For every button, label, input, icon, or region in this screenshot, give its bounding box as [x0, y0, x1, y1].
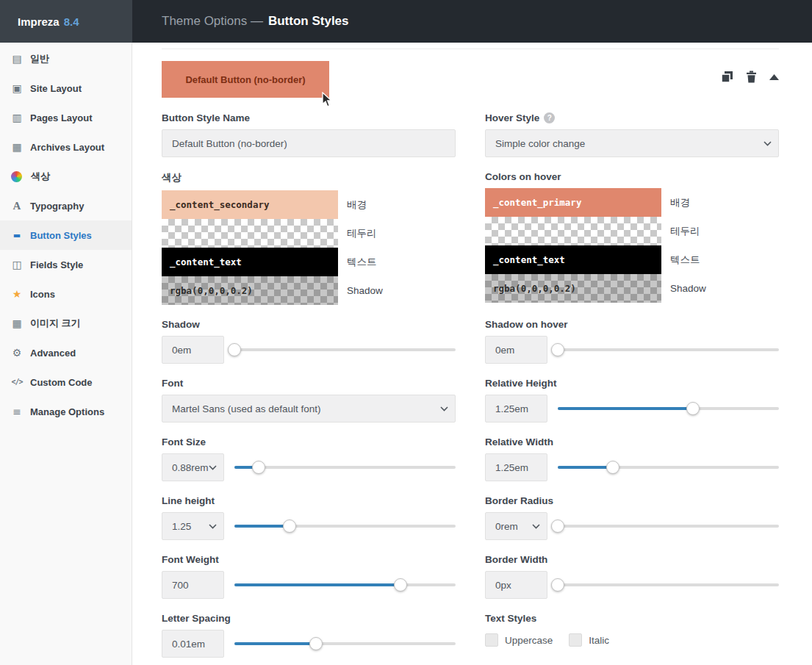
hover-color-swatch-background[interactable]: _content_primary	[485, 188, 661, 217]
field-label: Line height	[162, 495, 456, 506]
brand-name: Impreza	[18, 15, 60, 28]
color-swatch-background[interactable]: _content_secondary	[162, 190, 338, 219]
field-label: Text Styles	[485, 613, 779, 624]
field-label: Font	[162, 378, 456, 389]
relative-height-input[interactable]: 1.25em	[485, 395, 547, 423]
border-radius-slider[interactable]	[558, 520, 779, 533]
brand-logo: Impreza 8.4	[0, 0, 132, 43]
relative-height-value: 1.25em	[495, 403, 528, 414]
collapse-arrow-icon[interactable]	[769, 74, 779, 80]
sidebar-item-custom-code[interactable]: </> Custom Code	[0, 367, 132, 397]
line-height-value: 1.25	[172, 521, 191, 532]
shadow-hover-slider[interactable]	[558, 343, 779, 356]
style-actions	[721, 61, 779, 83]
slider-handle[interactable]	[252, 461, 265, 474]
color-swatch-shadow[interactable]: rgba(0,0,0,0.2)	[162, 276, 338, 305]
sidebar-item-button-styles[interactable]: ▬ Button Styles	[0, 220, 132, 250]
sidebar: ▤ 일반 ▣ Site Layout ▥ Pages Layout ▦ Arch…	[0, 43, 132, 665]
relative-width-slider[interactable]	[558, 461, 779, 474]
slider-handle[interactable]	[551, 578, 564, 592]
field-label: Font Size	[162, 436, 456, 447]
chevron-down-icon	[764, 141, 772, 146]
sidebar-item-image-sizes[interactable]: ▦ 이미지 크기	[0, 309, 132, 338]
slider-handle[interactable]	[551, 520, 564, 533]
italic-checkbox[interactable]: Italic	[569, 633, 609, 647]
trash-icon[interactable]	[746, 71, 757, 83]
line-height-slider[interactable]	[234, 520, 456, 533]
slider-handle[interactable]	[394, 578, 407, 592]
swatch-label: 테두리	[347, 227, 377, 240]
slider-handle[interactable]	[283, 520, 296, 533]
hover-style-select[interactable]: Simple color change	[485, 129, 779, 157]
field-border-width: Border Width 0px	[485, 554, 779, 599]
font-weight-input[interactable]: 700	[162, 571, 224, 599]
sidebar-item-label: Icons	[30, 289, 55, 300]
sidebar-item-typography[interactable]: A Typography	[0, 191, 132, 220]
uppercase-checkbox[interactable]: Uppercase	[485, 633, 553, 647]
field-text-styles: Text Styles Uppercase Italic	[485, 613, 779, 658]
shadow-hover-input[interactable]: 0em	[485, 336, 547, 364]
font-size-select[interactable]: 0.88rem	[162, 453, 224, 481]
hover-color-swatch-border[interactable]	[485, 217, 661, 245]
line-height-select[interactable]: 1.25	[162, 512, 224, 540]
field-font-size: Font Size 0.88rem	[162, 436, 456, 481]
star-icon: ★	[10, 289, 24, 299]
relative-height-slider[interactable]	[558, 402, 779, 415]
sidebar-item-advanced[interactable]: ⚙ Advanced	[0, 338, 132, 367]
archives-layout-icon: ▦	[10, 142, 24, 152]
slider-handle[interactable]	[551, 343, 564, 356]
sidebar-item-site-layout[interactable]: ▣ Site Layout	[0, 73, 132, 103]
font-select[interactable]: Martel Sans (used as default font)	[162, 395, 456, 423]
color-wheel-icon	[11, 171, 22, 182]
letter-spacing-input[interactable]: 0.01em	[162, 630, 224, 658]
field-letter-spacing: Letter Spacing 0.01em	[162, 613, 456, 658]
sidebar-item-icons[interactable]: ★ Icons	[0, 279, 132, 309]
field-label: Button Style Name	[162, 112, 456, 123]
shadow-slider[interactable]	[234, 343, 456, 356]
hover-style-value: Simple color change	[495, 138, 585, 149]
header-title-bar: Theme Options — Button Styles	[132, 0, 812, 43]
border-width-value: 0px	[495, 580, 511, 591]
border-width-slider[interactable]	[558, 578, 779, 592]
button-style-name-input[interactable]: Default Button (no-border)	[162, 129, 456, 157]
border-width-input[interactable]: 0px	[485, 571, 547, 599]
sidebar-item-general[interactable]: ▤ 일반	[0, 44, 132, 73]
field-line-height: Line height 1.25	[162, 495, 456, 540]
duplicate-icon[interactable]	[721, 71, 733, 83]
sidebar-item-fields-style[interactable]: ◫ Fields Style	[0, 250, 132, 279]
checkbox-label: Italic	[589, 635, 609, 646]
slider-handle[interactable]	[606, 461, 619, 474]
font-weight-value: 700	[172, 580, 189, 591]
font-value: Martel Sans (used as default font)	[172, 403, 321, 414]
slider-handle[interactable]	[686, 402, 700, 415]
sidebar-item-manage-options[interactable]: ≡ Manage Options	[0, 397, 132, 426]
font-weight-slider[interactable]	[234, 578, 456, 592]
border-radius-select[interactable]: 0rem	[485, 512, 547, 540]
help-icon[interactable]: ?	[544, 112, 555, 123]
font-size-slider[interactable]	[234, 461, 456, 474]
relative-width-input[interactable]: 1.25em	[485, 453, 547, 481]
hover-color-swatch-text[interactable]: _content_text	[485, 245, 661, 274]
color-swatch-text[interactable]: _content_text	[162, 248, 338, 276]
checkbox-box[interactable]	[485, 633, 498, 647]
color-swatch-border[interactable]	[162, 219, 338, 248]
sidebar-item-colors[interactable]: 색상	[0, 162, 132, 191]
field-label: Border Radius	[485, 495, 779, 506]
hover-color-swatch-shadow[interactable]: rgba(0,0,0,0.2)	[485, 274, 661, 303]
button-style-preview[interactable]: Default Button (no-border)	[162, 61, 329, 98]
shadow-input[interactable]: 0em	[162, 336, 224, 364]
field-label: Colors on hover	[485, 171, 779, 182]
swatch-label: Shadow	[347, 285, 383, 296]
swatch-label: 텍스트	[347, 256, 377, 269]
slider-handle[interactable]	[228, 343, 241, 356]
sidebar-item-archives-layout[interactable]: ▦ Archives Layout	[0, 132, 132, 162]
field-label: Font Weight	[162, 554, 456, 565]
sidebar-item-label: Typography	[30, 201, 84, 212]
checkbox-box[interactable]	[569, 633, 582, 647]
sidebar-item-pages-layout[interactable]: ▥ Pages Layout	[0, 103, 132, 132]
letter-spacing-slider[interactable]	[234, 637, 456, 650]
field-label: Relative Width	[485, 436, 779, 447]
font-size-value: 0.88rem	[172, 462, 209, 473]
slider-handle[interactable]	[309, 637, 323, 650]
sidebar-item-label: Pages Layout	[30, 112, 93, 123]
